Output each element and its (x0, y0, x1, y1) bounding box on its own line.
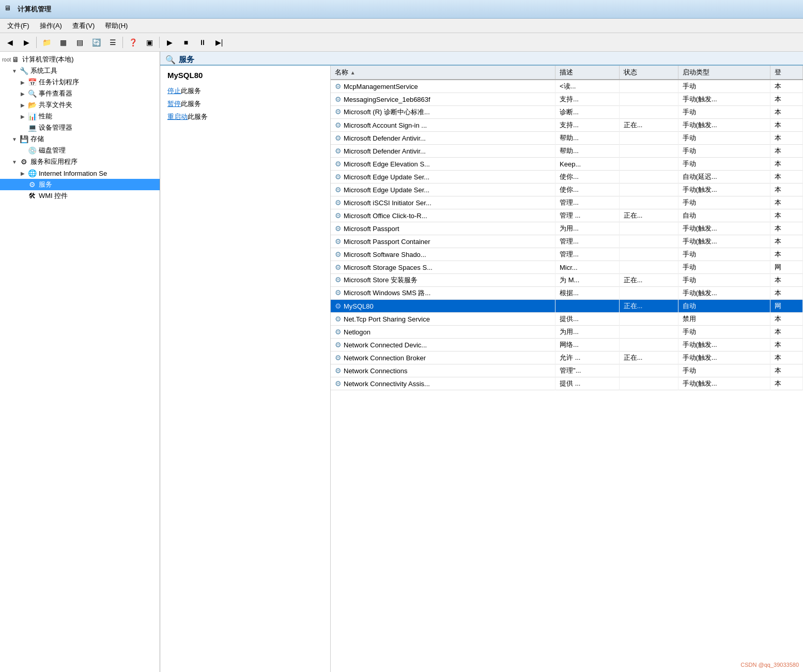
help-button[interactable]: ❓ (125, 35, 141, 50)
services-table: 名称 ▲ 描述 状态 启动类型 登 ⚙McpManagementService<… (331, 66, 803, 390)
tree-item-computer-management[interactable]: root🖥计算机管理(本地) (0, 54, 160, 65)
service-starttype-cell: 手动 (678, 274, 770, 287)
tree-item-system-tools[interactable]: ▼🔧系统工具 (0, 65, 160, 77)
menu-view[interactable]: 查看(V) (67, 20, 100, 32)
col-status-label: 状态 (624, 68, 637, 76)
tree-item-services-apps[interactable]: ▼⚙服务和应用程序 (0, 156, 160, 167)
tree-item-iis[interactable]: ▶🌐Internet Information Se (0, 167, 160, 179)
start-button[interactable]: ▶ (162, 35, 177, 50)
expand-icon-task-scheduler[interactable]: ▶ (19, 80, 27, 85)
service-starttype-cell: 手动(触发... (678, 93, 770, 106)
folder-button[interactable]: 📁 (39, 35, 54, 50)
tree-item-storage[interactable]: ▼💾存储 (0, 133, 160, 145)
restart-button[interactable]: ▶| (211, 35, 227, 50)
service-login-cell: 本 (770, 287, 803, 300)
service-name-cell: ⚙Microsoft Passport (331, 222, 555, 235)
table-row[interactable]: ⚙Microsoft Storage Spaces S...Micr...手动网 (331, 261, 803, 274)
expand-icon-shared-folders[interactable]: ▶ (19, 102, 27, 108)
service-name-cell: ⚙Microsoft Store 安装服务 (331, 274, 555, 287)
table-row[interactable]: ⚙Netlogon为用...手动本 (331, 326, 803, 339)
expand-icon-system-tools[interactable]: ▼ (10, 68, 19, 74)
tree-item-services[interactable]: ⚙服务 (0, 179, 160, 190)
service-status-cell (619, 184, 678, 196)
service-name-cell: ⚙Microsoft Storage Spaces S... (331, 261, 555, 274)
tree-item-event-viewer[interactable]: ▶🔍事件查看器 (0, 88, 160, 99)
service-starttype-cell: 手动 (678, 132, 770, 145)
tree-item-disk-management[interactable]: 💿磁盘管理 (0, 145, 160, 156)
service-starttype-cell: 手动(触发... (678, 222, 770, 235)
service-status-cell: 正在... (619, 352, 678, 364)
back-button[interactable]: ◀ (2, 35, 18, 50)
selected-service-name: MySQL80 (167, 71, 323, 80)
table-row[interactable]: ⚙Network Connected Devic...网络...手动(触发...… (331, 339, 803, 352)
forward-button[interactable]: ▶ (19, 35, 34, 50)
service-starttype-cell: 手动 (678, 248, 770, 261)
col-status[interactable]: 状态 (619, 66, 678, 80)
table-row[interactable]: ⚙Microsoft Passport Container管理...手动(触发.… (331, 235, 803, 248)
table-row[interactable]: ⚙MySQL80正在...自动网 (331, 300, 803, 313)
service-login-cell: 本 (770, 339, 803, 352)
table-row[interactable]: ⚙Microsoft Office Click-to-R...管理 ...正在.… (331, 209, 803, 222)
table-row[interactable]: ⚙Microsoft iSCSI Initiator Ser...管理...手动… (331, 196, 803, 209)
service-status-cell (619, 326, 678, 339)
table-row[interactable]: ⚙Microsoft Windows SMS 路...根据...手动(触发...… (331, 287, 803, 300)
service-status-cell (619, 158, 678, 171)
expand-icon-performance[interactable]: ▶ (19, 114, 27, 119)
col-name[interactable]: 名称 ▲ (331, 66, 555, 80)
table-row[interactable]: ⚙Network Connectivity Assis...提供 ...手动(触… (331, 377, 803, 390)
pause-button[interactable]: ⏸ (195, 35, 210, 50)
expand-icon-event-viewer[interactable]: ▶ (19, 91, 27, 97)
table-row[interactable]: ⚙Microsoft Defender Antivir...帮助...手动本 (331, 132, 803, 145)
service-status-cell (619, 106, 678, 119)
expand-icon-iis[interactable]: ▶ (19, 171, 27, 176)
tree-icon-iis: 🌐 (27, 169, 37, 178)
tree-item-device-manager[interactable]: 💻设备管理器 (0, 122, 160, 133)
expand-icon-computer-management[interactable]: root (2, 57, 10, 63)
col-starttype[interactable]: 启动类型 (678, 66, 770, 80)
sort-arrow-name: ▲ (350, 70, 356, 75)
table-row[interactable]: ⚙MessagingService_1eb6863f支持...手动(触发...本 (331, 93, 803, 106)
table-row[interactable]: ⚙Microsoft (R) 诊断中心标准...诊断...手动本 (331, 106, 803, 119)
stop-button[interactable]: ■ (178, 35, 194, 50)
col-desc[interactable]: 描述 (555, 66, 620, 80)
service-desc-cell: 根据... (555, 287, 620, 300)
table-row[interactable]: ⚙Network Connections管理"...手动本 (331, 364, 803, 377)
tree-label-device-manager: 设备管理器 (39, 123, 72, 132)
table-row[interactable]: ⚙Microsoft Edge Update Ser...使你...自动(延迟.… (331, 171, 803, 184)
table-row[interactable]: ⚙Microsoft Defender Antivir...帮助...手动本 (331, 145, 803, 158)
grid-view-button[interactable]: ▦ (55, 35, 71, 50)
service-status-cell (619, 145, 678, 158)
table-row[interactable]: ⚙Microsoft Edge Elevation S...Keep...手动本 (331, 158, 803, 171)
pause-link[interactable]: 暂停 (167, 100, 181, 108)
table-row[interactable]: ⚙Microsoft Software Shado...管理...手动本 (331, 248, 803, 261)
tree-item-task-scheduler[interactable]: ▶📅任务计划程序 (0, 77, 160, 88)
properties-button[interactable]: ▣ (142, 35, 157, 50)
service-login-cell: 本 (770, 158, 803, 171)
service-desc-cell: 帮助... (555, 132, 620, 145)
service-starttype-cell: 手动 (678, 80, 770, 93)
menu-help[interactable]: 帮助(H) (100, 20, 133, 32)
tree-item-shared-folders[interactable]: ▶📂共享文件夹 (0, 99, 160, 111)
stop-link[interactable]: 停止 (167, 87, 181, 95)
export-button[interactable]: ☰ (105, 35, 120, 50)
table-row[interactable]: ⚙Microsoft Edge Update Ser...使你...手动(触发.… (331, 184, 803, 196)
refresh-button[interactable]: 🔄 (88, 35, 104, 50)
tree-item-wmi[interactable]: 🛠WMI 控件 (0, 190, 160, 202)
table-row[interactable]: ⚙Net.Tcp Port Sharing Service提供...禁用本 (331, 313, 803, 326)
restart-link[interactable]: 重启动 (167, 113, 188, 120)
list-view-button[interactable]: ▤ (72, 35, 87, 50)
tree-label-shared-folders: 共享文件夹 (39, 100, 72, 110)
menu-file[interactable]: 文件(F) (2, 20, 35, 32)
expand-icon-services-apps[interactable]: ▼ (10, 159, 19, 165)
table-row[interactable]: ⚙McpManagementService<读...手动本 (331, 80, 803, 93)
table-row[interactable]: ⚙Microsoft Passport为用...手动(触发...本 (331, 222, 803, 235)
table-row[interactable]: ⚙Network Connection Broker允许 ...正在...手动(… (331, 352, 803, 364)
tree-icon-computer-management: 🖥 (10, 55, 21, 64)
tree-item-performance[interactable]: ▶📊性能 (0, 111, 160, 122)
table-row[interactable]: ⚙Microsoft Store 安装服务为 M...正在...手动本 (331, 274, 803, 287)
col-login[interactable]: 登 (770, 66, 803, 80)
expand-icon-storage[interactable]: ▼ (10, 136, 19, 142)
service-desc-cell: 支持... (555, 93, 620, 106)
table-row[interactable]: ⚙Microsoft Account Sign-in ...支持...正在...… (331, 119, 803, 132)
menu-action[interactable]: 操作(A) (35, 20, 67, 32)
